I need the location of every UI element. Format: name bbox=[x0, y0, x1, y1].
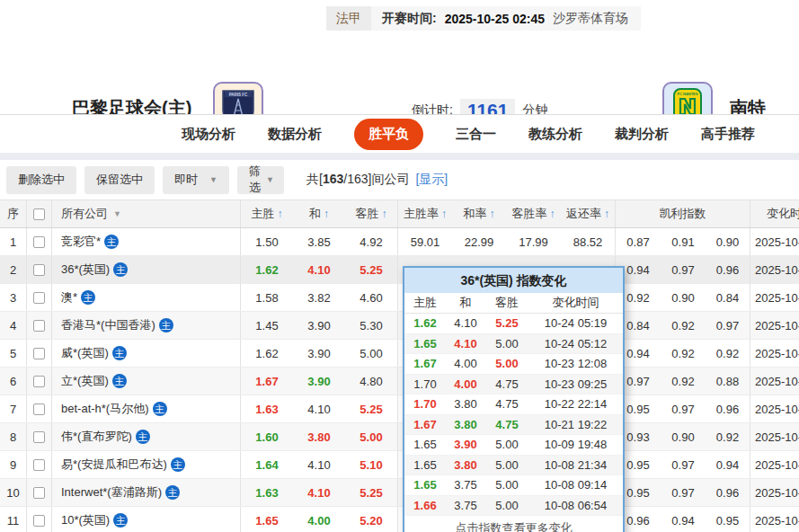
odds-home-win[interactable]: 1.63 bbox=[241, 479, 293, 506]
row-checkbox[interactable] bbox=[33, 264, 45, 276]
odds-draw[interactable]: 3.90 bbox=[293, 312, 345, 339]
odds-away-win[interactable]: 4.80 bbox=[345, 368, 398, 395]
odds-home-win[interactable]: 1.58 bbox=[241, 284, 293, 311]
row-checkbox[interactable] bbox=[33, 515, 45, 527]
odds-away-win[interactable]: 5.10 bbox=[345, 451, 398, 478]
popup-row: 1.653.905.0010-09 19:48 bbox=[404, 435, 623, 456]
row-checkbox[interactable] bbox=[33, 320, 45, 332]
tab-数据分析[interactable]: 数据分析 bbox=[268, 126, 322, 143]
row-checkbox-cell bbox=[27, 228, 52, 255]
company-name[interactable]: Interwet*(塞浦路斯) bbox=[61, 484, 162, 501]
col-header-checkbox bbox=[27, 200, 52, 227]
home-badge-icon: 主 bbox=[171, 457, 185, 472]
select-all-checkbox[interactable] bbox=[33, 208, 45, 220]
company-name[interactable]: 威*(英国) bbox=[61, 345, 109, 361]
kickoff-info: 开赛时间: 2025-10-25 02:45 沙罗蒂体育场 bbox=[371, 6, 641, 31]
odds-home-win[interactable]: 1.62 bbox=[241, 256, 293, 283]
odds-away-win[interactable]: 5.00 bbox=[345, 340, 398, 367]
odds-home-win[interactable]: 1.50 bbox=[241, 228, 293, 255]
delete-selected-button[interactable]: 删除选中 bbox=[6, 166, 76, 194]
odds-home-win[interactable]: 1.45 bbox=[241, 312, 293, 339]
odds-away-win[interactable]: 4.92 bbox=[345, 228, 398, 255]
odds-home-win[interactable]: 1.65 bbox=[241, 507, 293, 532]
odds-draw[interactable]: 3.82 bbox=[293, 284, 345, 311]
odds-draw[interactable]: 4.00 bbox=[293, 507, 345, 532]
odds-away-win[interactable]: 5.25 bbox=[345, 256, 398, 283]
popup-row: 1.653.805.0010-08 21:34 bbox=[404, 456, 623, 476]
home-badge-icon: 主 bbox=[136, 430, 150, 444]
odds-home-win[interactable]: 1.63 bbox=[241, 395, 293, 422]
table-row: 10Interwet*(塞浦路斯)主1.634.105.250.950.970.… bbox=[0, 479, 799, 507]
col-header-home-win[interactable]: 主胜↑ bbox=[241, 200, 293, 227]
popup-odds-draw: 4.00 bbox=[446, 354, 485, 374]
odds-draw[interactable]: 3.85 bbox=[293, 228, 345, 255]
odds-away-win[interactable]: 4.60 bbox=[345, 284, 398, 311]
popup-change-time: 10-08 09:14 bbox=[528, 475, 623, 495]
col-header-draw-rate[interactable]: 和率↑ bbox=[452, 200, 506, 227]
odds-away-win[interactable]: 5.25 bbox=[345, 479, 398, 506]
odds-away-win[interactable]: 5.20 bbox=[345, 507, 398, 532]
instant-dropdown[interactable]: 即时 ▼ bbox=[163, 166, 229, 194]
nav-tabs: 现场分析数据分析胜平负三合一教练分析裁判分析高手推荐 bbox=[0, 115, 799, 153]
row-checkbox[interactable] bbox=[33, 292, 45, 304]
popup-odds-draw: 3.90 bbox=[446, 435, 485, 455]
company-name[interactable]: 36*(英国) bbox=[61, 262, 110, 278]
col-header-payout-rate[interactable]: 返还率↑ bbox=[561, 200, 616, 227]
odds-draw[interactable]: 4.10 bbox=[293, 479, 345, 506]
tab-高手推荐[interactable]: 高手推荐 bbox=[701, 126, 755, 143]
keep-selected-button[interactable]: 保留选中 bbox=[84, 166, 155, 194]
row-checkbox[interactable] bbox=[33, 431, 45, 443]
row-checkbox[interactable] bbox=[33, 348, 45, 359]
odds-home-win[interactable]: 1.60 bbox=[241, 423, 293, 450]
tab-胜平负[interactable]: 胜平负 bbox=[354, 119, 423, 150]
col-header-away-rate[interactable]: 客胜率↑ bbox=[506, 200, 561, 227]
popup-odds-away-win: 5.00 bbox=[485, 435, 528, 455]
col-header-home-rate[interactable]: 主胜率↑ bbox=[398, 200, 452, 227]
col-header-away-win[interactable]: 客胜↑ bbox=[345, 200, 398, 227]
show-link[interactable]: [显示] bbox=[415, 172, 448, 186]
row-checkbox[interactable] bbox=[33, 403, 45, 415]
company-name[interactable]: bet-at-h*(马尔他) bbox=[61, 401, 149, 417]
popup-row: 1.654.105.0010-24 05:12 bbox=[404, 334, 623, 355]
kelly-away: 0.92 bbox=[706, 423, 750, 450]
tab-教练分析[interactable]: 教练分析 bbox=[528, 126, 582, 143]
odds-home-win[interactable]: 1.62 bbox=[241, 340, 293, 367]
company-cell: 竞彩官*主 bbox=[52, 228, 241, 255]
tab-三合一[interactable]: 三合一 bbox=[456, 126, 496, 143]
odds-draw[interactable]: 4.10 bbox=[293, 395, 345, 422]
company-name[interactable]: 伟*(直布罗陀) bbox=[61, 429, 132, 445]
col-header-draw[interactable]: 和↑ bbox=[293, 200, 345, 227]
odds-draw[interactable]: 4.10 bbox=[293, 451, 345, 478]
row-checkbox[interactable] bbox=[33, 376, 45, 387]
popup-odds-home-win: 1.70 bbox=[404, 395, 446, 414]
filter-dropdown[interactable]: 筛选 ▼ bbox=[237, 166, 284, 194]
company-cell: 10*(英国)主 bbox=[52, 507, 241, 532]
odds-away-win[interactable]: 5.25 bbox=[345, 395, 398, 422]
odds-home-win[interactable]: 1.67 bbox=[241, 368, 293, 395]
company-name[interactable]: 香港马*(中国香港) bbox=[61, 317, 155, 333]
popup-odds-draw: 3.80 bbox=[446, 415, 485, 435]
odds-draw[interactable]: 3.80 bbox=[293, 423, 345, 450]
odds-draw[interactable]: 3.90 bbox=[293, 368, 345, 395]
popup-odds-home-win: 1.65 bbox=[404, 456, 446, 475]
kelly-away: 0.92 bbox=[706, 340, 750, 367]
table-row: 4香港马*(中国香港)主1.453.905.300.840.920.972025… bbox=[0, 312, 799, 340]
odds-home-win[interactable]: 1.64 bbox=[241, 451, 293, 478]
odds-away-win[interactable]: 5.30 bbox=[345, 312, 398, 339]
odds-draw[interactable]: 4.10 bbox=[293, 256, 345, 283]
row-checkbox[interactable] bbox=[33, 459, 45, 471]
company-name[interactable]: 澳* bbox=[61, 289, 77, 306]
col-header-company[interactable]: 所有公司▼ bbox=[52, 200, 241, 227]
odds-draw[interactable]: 3.90 bbox=[293, 340, 345, 367]
row-checkbox[interactable] bbox=[33, 236, 45, 248]
company-name[interactable]: 立*(英国) bbox=[61, 373, 109, 389]
row-checkbox[interactable] bbox=[33, 487, 45, 499]
company-name[interactable]: 竞彩官* bbox=[61, 234, 101, 250]
popup-odds-draw: 4.10 bbox=[446, 314, 485, 333]
popup-odds-away-win: 4.75 bbox=[485, 375, 528, 395]
company-name[interactable]: 10*(英国) bbox=[61, 512, 110, 528]
tab-裁判分析[interactable]: 裁判分析 bbox=[615, 126, 669, 143]
odds-away-win[interactable]: 5.00 bbox=[345, 423, 398, 450]
tab-现场分析[interactable]: 现场分析 bbox=[182, 126, 235, 143]
company-name[interactable]: 易*(安提瓜和巴布达) bbox=[61, 457, 167, 473]
